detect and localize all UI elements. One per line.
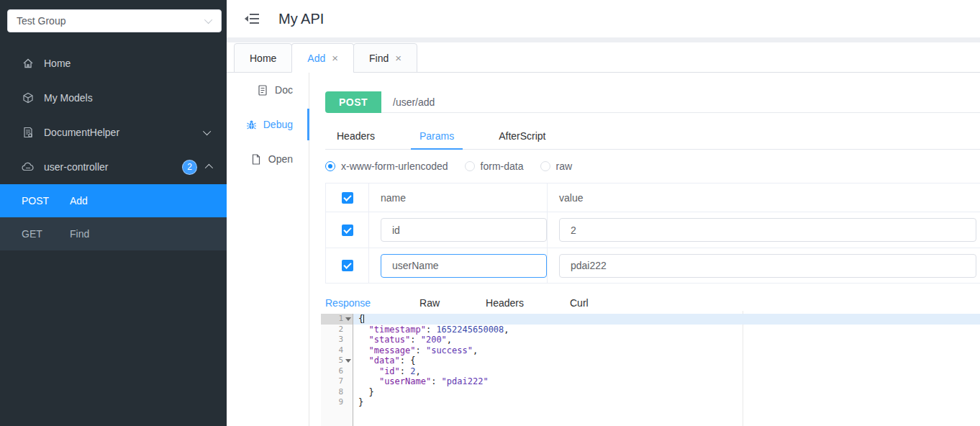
- document-helper-icon: [22, 126, 35, 139]
- sidebar-menu: Home My Models DocumentHelper user-contr…: [0, 46, 227, 250]
- chevron-down-icon: [203, 127, 211, 135]
- nav-item-label: Open: [268, 153, 293, 165]
- nav-item-open[interactable]: Open: [227, 142, 309, 176]
- param-value-cell: pdai222: [548, 254, 980, 278]
- sidebar-subitem-find[interactable]: GET Find: [0, 217, 227, 250]
- param-name-value: userName: [392, 260, 439, 271]
- http-method-label: GET: [22, 228, 70, 240]
- code-line: }: [353, 397, 980, 408]
- line-number: 2: [321, 325, 353, 335]
- line-number: 3: [321, 335, 353, 345]
- nav-item-label: Doc: [275, 84, 293, 96]
- tab-label: Add: [307, 53, 325, 64]
- sidebar-item-label: DocumentHelper: [44, 127, 119, 138]
- tab-label: Headers: [337, 130, 375, 142]
- group-select[interactable]: Test Group: [7, 9, 222, 32]
- sidebar-item-user-controller[interactable]: user-controller 2: [0, 150, 227, 184]
- request-url-input[interactable]: /user/add: [381, 91, 980, 113]
- home-icon: [22, 57, 35, 70]
- radio-x-www-form-urlencoded[interactable]: x-www-form-urlencoded: [325, 160, 448, 172]
- code-line: "userName": "pdai222": [353, 376, 980, 387]
- response-editor[interactable]: 1{2 "timestamp": 1652245650008,3 "status…: [321, 311, 980, 426]
- params-table-header: name value: [326, 183, 980, 212]
- editor-filler: [321, 408, 980, 426]
- bug-icon: [246, 119, 257, 130]
- fold-arrow-icon[interactable]: [345, 359, 351, 363]
- top-header: My API: [227, 0, 980, 37]
- row-checkbox[interactable]: [342, 260, 353, 271]
- param-name-input[interactable]: id: [381, 218, 547, 242]
- param-value-input[interactable]: pdai222: [559, 254, 976, 278]
- request-row: POST /user/add: [325, 91, 980, 113]
- sidebar-item-home[interactable]: Home: [0, 46, 227, 81]
- param-name-cell: id: [369, 212, 548, 248]
- row-checkbox-cell: [326, 212, 369, 248]
- tab-add[interactable]: Add ×: [291, 43, 354, 73]
- close-icon[interactable]: ×: [332, 53, 338, 63]
- code-line: {: [353, 314, 980, 325]
- param-name-cell: userName: [369, 248, 548, 283]
- debug-panel: POST /user/add Headers Params AfterScrip…: [309, 73, 980, 426]
- body-type-options: x-www-form-urlencoded form-data raw: [325, 155, 980, 177]
- radio-label: form-data: [481, 160, 524, 172]
- radio-icon: [465, 161, 475, 171]
- nav-item-debug[interactable]: Debug: [227, 107, 309, 142]
- editor-line-8: 8 }: [321, 387, 980, 398]
- editor-line-5: 5 "data": {: [321, 355, 980, 366]
- tab-find[interactable]: Find ×: [353, 43, 417, 73]
- sidebar-item-label: Home: [44, 58, 71, 69]
- header-divider: [227, 37, 980, 42]
- sidebar-item-my-models[interactable]: My Models: [0, 81, 227, 115]
- http-method-button[interactable]: POST: [325, 91, 381, 113]
- line-number: 8: [321, 387, 353, 398]
- select-all-checkbox[interactable]: [342, 192, 353, 204]
- line-number: 5: [321, 355, 353, 366]
- line-number: 1: [321, 314, 353, 325]
- tab-label: Response: [325, 297, 371, 309]
- code-line: "id": 2,: [353, 366, 980, 377]
- page-tab-bar: Home Add × Find ×: [227, 42, 980, 73]
- http-method-label: POST: [22, 195, 70, 207]
- param-name-input-focused[interactable]: userName: [381, 254, 547, 278]
- tab-label: Params: [419, 130, 454, 142]
- tab-headers[interactable]: Headers: [328, 122, 384, 149]
- line-number: 9: [321, 397, 353, 408]
- header-checkbox-cell: [326, 183, 369, 212]
- fold-arrow-icon[interactable]: [345, 317, 351, 321]
- tab-label: Home: [250, 53, 276, 64]
- collapse-sidebar-icon[interactable]: [244, 12, 260, 25]
- radio-raw[interactable]: raw: [540, 160, 573, 172]
- param-value-input[interactable]: 2: [559, 218, 976, 242]
- param-value-value: 2: [571, 225, 576, 236]
- request-tab-bar: Headers Params AfterScript: [325, 122, 980, 150]
- request-url-value: /user/add: [393, 96, 435, 108]
- row-checkbox[interactable]: [342, 225, 353, 236]
- endpoint-label: Find: [70, 228, 89, 240]
- endpoint-label: Add: [70, 195, 88, 207]
- radio-form-data[interactable]: form-data: [465, 160, 524, 172]
- chevron-up-icon: [205, 164, 213, 172]
- code-line: "data": {: [353, 355, 980, 366]
- api-cloud-icon: [22, 160, 35, 173]
- line-number: 4: [321, 345, 353, 356]
- close-icon[interactable]: ×: [395, 53, 401, 63]
- content-area: Doc Debug Open POST /user/add Headers: [227, 73, 980, 426]
- tab-label: Headers: [486, 297, 524, 309]
- code-line: "status": "200",: [353, 335, 980, 345]
- sidebar-subitem-add[interactable]: POST Add: [0, 184, 227, 217]
- radio-icon: [325, 161, 335, 171]
- tab-label: AfterScript: [499, 130, 545, 142]
- sidebar-item-document-helper[interactable]: DocumentHelper: [0, 115, 227, 150]
- tab-afterscript[interactable]: AfterScript: [490, 122, 554, 149]
- tab-home[interactable]: Home: [234, 43, 292, 73]
- editor-line-1: 1{: [321, 314, 980, 325]
- editor-line-2: 2 "timestamp": 1652245650008,: [321, 325, 980, 335]
- tab-params[interactable]: Params: [411, 122, 463, 149]
- row-checkbox-cell: [326, 248, 369, 283]
- nav-item-doc[interactable]: Doc: [227, 73, 309, 107]
- open-file-icon: [251, 154, 262, 165]
- doc-icon: [258, 85, 268, 96]
- sidebar: Test Group Home My Models DocumentHelper: [0, 0, 227, 426]
- text-cursor: [363, 314, 364, 323]
- nav-item-label: Debug: [263, 119, 293, 130]
